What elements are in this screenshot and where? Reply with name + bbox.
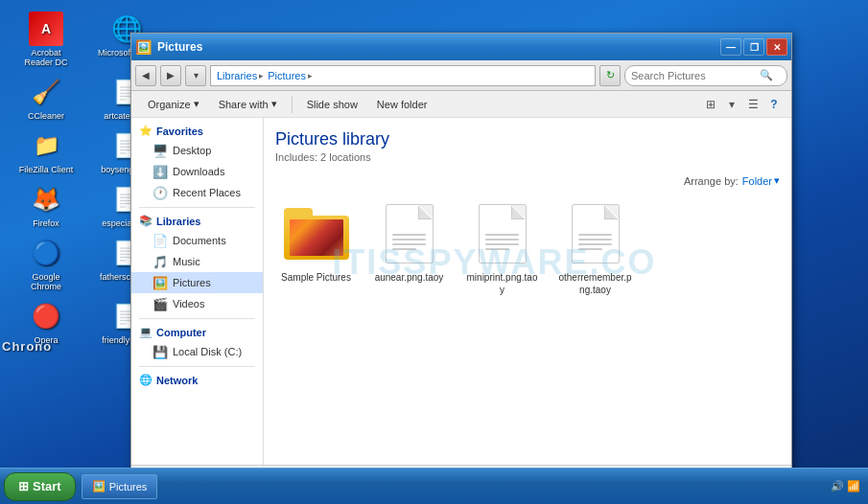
organize-button[interactable]: Organize ▾ [139, 94, 208, 115]
desktop-icon-ccleaner-label: CCleaner [28, 111, 64, 121]
file-name-aunear: aunear.png.taoy [375, 271, 444, 284]
sidebar-libraries-header[interactable]: 📚 Libraries [131, 212, 263, 230]
taskbar-window-icon: 🖼️ [92, 480, 106, 493]
back-button[interactable]: ◀ [135, 65, 156, 86]
search-input[interactable] [631, 70, 756, 81]
taskbar-window-item[interactable]: 🖼️ Pictures [82, 474, 158, 499]
file-item-otherremember[interactable]: otherremember.png.taoy [554, 196, 636, 300]
toolbar-right: ⊞ ▾ ☰ ? [701, 95, 784, 114]
window-icon: 🖼️ [135, 39, 152, 55]
sidebar-item-videos[interactable]: 🎬 Videos [131, 293, 263, 314]
desktop-icon-acrobat-label: AcrobatReader DC [24, 48, 67, 67]
disk-icon: 💾 [152, 344, 168, 359]
content-header: Pictures library Includes: 2 locations [275, 129, 780, 163]
pictures-icon: 🖼️ [152, 275, 168, 290]
address-bar: ◀ ▶ ▾ Libraries ▸ Pictures ▸ ↻ 🔍 [131, 60, 791, 91]
file-name-sample: Sample Pictures [281, 271, 351, 284]
view-details-button[interactable]: ☰ [743, 95, 762, 114]
content-title: Pictures library [275, 129, 780, 149]
chrono-label: Chrono [2, 339, 52, 354]
folder-back [284, 216, 349, 260]
address-path[interactable]: Libraries ▸ Pictures ▸ [210, 65, 596, 86]
desktop-icon-filezilla[interactable]: 📁 FileZilla Client [8, 125, 84, 178]
sidebar: ⭐ Favorites 🖥️ Desktop ⬇️ Downloads 🕐 Re… [131, 118, 264, 465]
view-small-button[interactable]: ⊞ [701, 95, 720, 114]
doc-lines [392, 234, 426, 253]
toolbar: Organize ▾ Share with ▾ Slide show New f… [131, 91, 791, 118]
doc-icon-miniprint [469, 200, 536, 267]
doc-lines-3 [578, 234, 612, 253]
firefox-icon: 🦊 [29, 182, 63, 217]
videos-icon: 🎬 [152, 296, 168, 311]
arrange-value[interactable]: Folder ▾ [742, 174, 780, 187]
explorer-window: 🖼️ Pictures — ❐ ✕ ◀ ▶ ▾ Libraries ▸ Pict… [130, 33, 792, 493]
doc-shape-otherremember [572, 204, 620, 263]
sidebar-computer-header[interactable]: 💻 Computer [131, 323, 263, 341]
doc-shape-aunear [386, 204, 434, 263]
close-button[interactable]: ✕ [766, 38, 787, 56]
opera-icon: 🔴 [29, 299, 63, 333]
share-dropdown-arrow: ▾ [271, 98, 277, 110]
taskbar-time: 🔊 📶 [831, 480, 860, 493]
taskbar: ⊞ Start 🖼️ Pictures 🔊 📶 [0, 468, 868, 504]
sidebar-item-pictures[interactable]: 🖼️ Pictures [131, 272, 263, 293]
path-libraries[interactable]: Libraries ▸ [217, 70, 264, 81]
search-box[interactable]: 🔍 [624, 65, 787, 86]
path-pictures[interactable]: Pictures ▸ [268, 70, 313, 81]
file-item-miniprint[interactable]: miniprint.png.taoy [461, 196, 543, 300]
sidebar-item-desktop[interactable]: 🖥️ Desktop [131, 140, 263, 161]
content-area: Pictures library Includes: 2 locations A… [264, 118, 791, 465]
search-icon[interactable]: 🔍 [760, 69, 773, 81]
doc-lines-2 [485, 234, 519, 253]
sidebar-libraries-section: 📚 Libraries 📄 Documents 🎵 Music 🖼️ Pictu… [131, 212, 263, 314]
title-bar: 🖼️ Pictures — ❐ ✕ [131, 34, 791, 60]
sidebar-network-header[interactable]: 🌐 Network [131, 371, 263, 389]
desktop-icon-filezilla-label: FileZilla Client [19, 165, 74, 174]
refresh-button[interactable]: ↻ [599, 65, 621, 86]
documents-icon: 📄 [152, 233, 168, 248]
slideshow-button[interactable]: Slide show [298, 94, 366, 115]
toolbar-separator [292, 96, 293, 113]
sidebar-item-documents[interactable]: 📄 Documents [131, 230, 263, 251]
file-item-aunear[interactable]: aunear.png.taoy [368, 196, 450, 287]
start-button[interactable]: ⊞ Start [4, 472, 76, 501]
sidebar-item-music[interactable]: 🎵 Music [131, 251, 263, 272]
restore-button[interactable]: ❐ [743, 38, 764, 56]
acrobat-icon: A [29, 11, 63, 46]
start-icon: ⊞ [18, 479, 29, 493]
computer-icon: 💻 [139, 326, 152, 338]
desktop-icon-firefox[interactable]: 🦊 Firefox [8, 178, 84, 232]
desktop-icon-firefox-label: Firefox [33, 218, 59, 228]
help-button[interactable]: ? [764, 95, 784, 114]
ccleaner-icon: 🧹 [29, 75, 63, 109]
view-dropdown-button[interactable]: ▾ [722, 95, 741, 114]
minimize-button[interactable]: — [720, 38, 741, 56]
sidebar-item-recent[interactable]: 🕐 Recent Places [131, 182, 263, 203]
music-icon: 🎵 [152, 254, 168, 269]
sidebar-item-downloads[interactable]: ⬇️ Downloads [131, 161, 263, 182]
sidebar-computer-section: 💻 Computer 💾 Local Disk (C:) [131, 323, 263, 362]
file-item-sample-pictures[interactable]: Sample Pictures [275, 196, 357, 287]
sidebar-favorites-section: ⭐ Favorites 🖥️ Desktop ⬇️ Downloads 🕐 Re… [131, 122, 263, 203]
arrange-label: Arrange by: [684, 175, 739, 187]
folder-shape [284, 208, 349, 260]
sidebar-item-localdisk[interactable]: 💾 Local Disk (C:) [131, 341, 263, 362]
share-button[interactable]: Share with ▾ [210, 94, 286, 115]
sidebar-favorites-header[interactable]: ⭐ Favorites [131, 122, 263, 140]
downloads-icon: ⬇️ [152, 164, 168, 179]
organize-dropdown-arrow: ▾ [194, 98, 199, 110]
new-folder-button[interactable]: New folder [368, 94, 436, 115]
file-name-miniprint: miniprint.png.taoy [465, 271, 539, 296]
desktop-icon-acrobat[interactable]: A AcrobatReader DC [8, 8, 84, 71]
desktop-icon-chrome[interactable]: 🔵 GoogleChrome [8, 232, 84, 295]
main-area: ⭐ Favorites 🖥️ Desktop ⬇️ Downloads 🕐 Re… [131, 118, 791, 465]
content-subtitle: Includes: 2 locations [275, 151, 780, 163]
forward-button[interactable]: ▶ [160, 65, 181, 86]
star-icon: ⭐ [139, 125, 152, 137]
file-grid: Sample Pictures [275, 196, 780, 300]
desktop-icon-chrome-label: GoogleChrome [31, 272, 61, 291]
down-button[interactable]: ▾ [185, 65, 206, 86]
desktop-icon-ccleaner[interactable]: 🧹 CCleaner [8, 71, 84, 125]
filezilla-icon: 📁 [29, 128, 63, 163]
arrange-dropdown-icon: ▾ [774, 174, 780, 187]
